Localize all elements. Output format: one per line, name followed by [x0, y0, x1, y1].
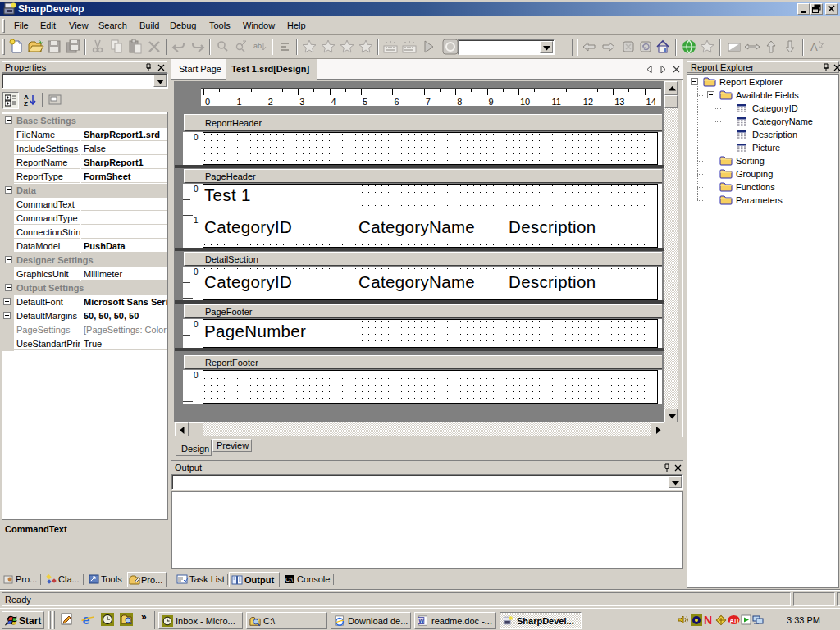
svg-text:A: A — [810, 41, 818, 53]
svg-text:ATI: ATI — [730, 618, 739, 623]
svg-text:W: W — [418, 618, 424, 623]
svg-text:Z: Z — [24, 100, 28, 107]
svg-text:ab: ab — [253, 42, 262, 50]
svg-text:N: N — [704, 614, 712, 626]
svg-text:C:\: C:\ — [285, 577, 293, 582]
